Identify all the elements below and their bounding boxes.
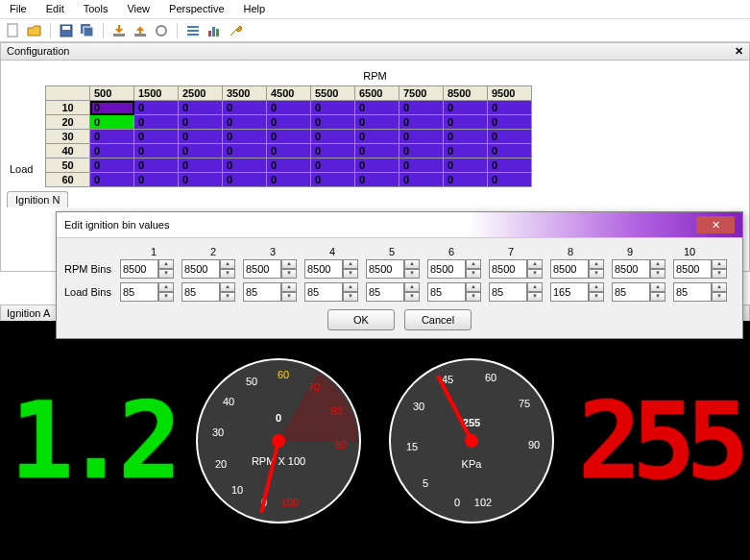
save-all-icon[interactable] bbox=[80, 23, 95, 38]
cell[interactable]: 0 bbox=[311, 173, 355, 187]
spin-up-icon[interactable]: ▲ bbox=[650, 259, 665, 269]
load-bin-spinner[interactable]: ▲▼ bbox=[489, 282, 546, 302]
menu-help[interactable]: Help bbox=[234, 0, 276, 18]
spin-up-icon[interactable]: ▲ bbox=[527, 282, 543, 292]
row-header[interactable]: 50 bbox=[46, 158, 90, 173]
cell[interactable]: 0 bbox=[90, 144, 134, 158]
spin-down-icon[interactable]: ▼ bbox=[220, 292, 235, 302]
cell[interactable]: 0 bbox=[267, 158, 311, 173]
load-bin-spinner[interactable]: ▲▼ bbox=[181, 282, 239, 302]
cell[interactable]: 0 bbox=[90, 115, 134, 130]
spin-up-icon[interactable]: ▲ bbox=[650, 282, 665, 292]
cell[interactable]: 0 bbox=[134, 130, 179, 144]
rpm-bin-input[interactable] bbox=[304, 259, 343, 279]
spin-down-icon[interactable]: ▼ bbox=[650, 292, 665, 302]
open-icon[interactable] bbox=[27, 23, 42, 38]
cell[interactable]: 0 bbox=[90, 158, 134, 173]
cell[interactable]: 0 bbox=[223, 144, 267, 158]
spin-up-icon[interactable]: ▲ bbox=[466, 259, 481, 269]
load-bin-input[interactable] bbox=[243, 282, 281, 302]
spin-up-icon[interactable]: ▲ bbox=[527, 259, 543, 269]
cell[interactable]: 0 bbox=[488, 115, 532, 130]
spin-down-icon[interactable]: ▼ bbox=[466, 292, 481, 302]
dialog-titlebar[interactable]: Edit ignition bin values ✕ bbox=[57, 212, 742, 238]
spin-down-icon[interactable]: ▼ bbox=[158, 269, 174, 279]
cell[interactable]: 0 bbox=[488, 101, 532, 115]
cell[interactable]: 0 bbox=[179, 130, 223, 144]
col-header[interactable]: 4500 bbox=[267, 86, 311, 101]
cell[interactable]: 0 bbox=[311, 144, 355, 158]
rpm-bin-spinner[interactable]: ▲▼ bbox=[243, 259, 301, 279]
cell[interactable]: 0 bbox=[355, 144, 399, 158]
rpm-bin-spinner[interactable]: ▲▼ bbox=[366, 259, 423, 279]
row-header[interactable]: 40 bbox=[46, 144, 90, 158]
rpm-bin-spinner[interactable]: ▲▼ bbox=[612, 259, 669, 279]
menu-file[interactable]: File bbox=[0, 0, 36, 18]
spin-up-icon[interactable]: ▲ bbox=[404, 282, 420, 292]
menu-perspective[interactable]: Perspective bbox=[159, 0, 233, 18]
spin-up-icon[interactable]: ▲ bbox=[158, 259, 174, 269]
cell[interactable]: 0 bbox=[179, 115, 223, 130]
rpm-bin-input[interactable] bbox=[120, 259, 158, 279]
cell[interactable]: 0 bbox=[179, 173, 223, 187]
rpm-bin-spinner[interactable]: ▲▼ bbox=[427, 259, 485, 279]
cell[interactable]: 0 bbox=[355, 115, 399, 130]
col-header[interactable]: 8500 bbox=[444, 86, 488, 101]
new-icon[interactable] bbox=[6, 23, 21, 38]
settings-icon[interactable] bbox=[185, 23, 201, 38]
cell[interactable]: 0 bbox=[488, 158, 532, 173]
cell[interactable]: 0 bbox=[311, 158, 355, 173]
chart-icon[interactable] bbox=[206, 23, 222, 38]
rpm-bin-spinner[interactable]: ▲▼ bbox=[181, 259, 239, 279]
load-bin-spinner[interactable]: ▲▼ bbox=[612, 282, 669, 302]
upload-icon[interactable] bbox=[133, 23, 148, 38]
rpm-bin-input[interactable] bbox=[612, 259, 650, 279]
load-bin-input[interactable] bbox=[427, 282, 466, 302]
cell[interactable]: 0 bbox=[179, 158, 223, 173]
load-bin-input[interactable] bbox=[181, 282, 220, 302]
cell[interactable]: 0 bbox=[399, 173, 444, 187]
rpm-bin-input[interactable] bbox=[243, 259, 281, 279]
col-header[interactable]: 1500 bbox=[134, 86, 179, 101]
cell[interactable]: 0 bbox=[488, 130, 532, 144]
cell[interactable]: 0 bbox=[311, 130, 355, 144]
col-header[interactable]: 9500 bbox=[488, 86, 532, 101]
cell[interactable]: 0 bbox=[399, 115, 444, 130]
col-header[interactable]: 7500 bbox=[399, 86, 444, 101]
cell[interactable]: 0 bbox=[267, 115, 311, 130]
spin-down-icon[interactable]: ▼ bbox=[343, 292, 358, 302]
cell[interactable]: 0 bbox=[90, 101, 134, 115]
spin-up-icon[interactable]: ▲ bbox=[343, 259, 358, 269]
cell[interactable]: 0 bbox=[90, 173, 134, 187]
spin-down-icon[interactable]: ▼ bbox=[712, 292, 727, 302]
row-header[interactable]: 20 bbox=[46, 115, 90, 130]
cell[interactable]: 0 bbox=[179, 144, 223, 158]
close-icon[interactable]: ✕ bbox=[696, 216, 735, 233]
tab-ignition-n[interactable]: Ignition N bbox=[7, 191, 68, 207]
spin-up-icon[interactable]: ▲ bbox=[589, 259, 604, 269]
cell[interactable]: 0 bbox=[223, 101, 267, 115]
cell[interactable]: 0 bbox=[267, 173, 311, 187]
cell[interactable]: 0 bbox=[267, 101, 311, 115]
load-bin-spinner[interactable]: ▲▼ bbox=[243, 282, 301, 302]
spin-down-icon[interactable]: ▼ bbox=[527, 292, 543, 302]
load-bin-spinner[interactable]: ▲▼ bbox=[427, 282, 485, 302]
spin-up-icon[interactable]: ▲ bbox=[158, 282, 174, 292]
cell[interactable]: 0 bbox=[444, 158, 488, 173]
spin-down-icon[interactable]: ▼ bbox=[466, 269, 481, 279]
cell[interactable]: 0 bbox=[355, 173, 399, 187]
row-header[interactable]: 30 bbox=[46, 130, 90, 144]
cell[interactable]: 0 bbox=[444, 101, 488, 115]
spin-up-icon[interactable]: ▲ bbox=[281, 259, 297, 269]
rpm-bin-spinner[interactable]: ▲▼ bbox=[673, 259, 731, 279]
cell[interactable]: 0 bbox=[267, 144, 311, 158]
spin-down-icon[interactable]: ▼ bbox=[158, 292, 174, 302]
spin-down-icon[interactable]: ▼ bbox=[404, 292, 420, 302]
cell[interactable]: 0 bbox=[311, 101, 355, 115]
spin-up-icon[interactable]: ▲ bbox=[343, 282, 358, 292]
spin-down-icon[interactable]: ▼ bbox=[589, 292, 604, 302]
load-bin-spinner[interactable]: ▲▼ bbox=[304, 282, 362, 302]
cell[interactable]: 0 bbox=[134, 173, 179, 187]
rpm-bin-input[interactable] bbox=[673, 259, 712, 279]
cell[interactable]: 0 bbox=[223, 158, 267, 173]
